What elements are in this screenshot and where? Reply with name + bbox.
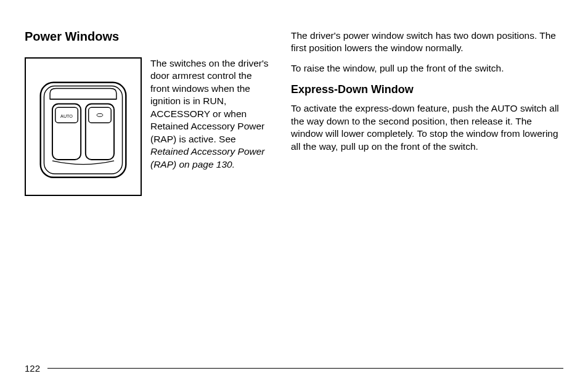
svg-rect-6 — [89, 107, 112, 123]
page-footer: 122 — [25, 363, 563, 374]
intro-block: AUTO The switches on the driver's door a… — [25, 57, 271, 196]
intro-text: The switches on the driver's door armres… — [150, 57, 271, 171]
svg-rect-3 — [52, 104, 81, 159]
svg-point-7 — [97, 113, 103, 116]
svg-rect-5 — [86, 104, 114, 159]
svg-rect-0 — [41, 82, 126, 177]
switch-svg: AUTO — [36, 68, 131, 186]
window-switch-illustration: AUTO — [25, 57, 142, 196]
footer-divider — [47, 368, 563, 369]
left-column: Power Windows AUTO — [25, 30, 271, 196]
page-content: Power Windows AUTO — [25, 30, 563, 196]
heading-express-down: Express-Down Window — [291, 83, 562, 96]
auto-label: AUTO — [60, 113, 73, 118]
page-number: 122 — [25, 363, 40, 374]
right-column: The driver's power window switch has two… — [291, 30, 562, 196]
intro-part1: The switches on the driver's door armres… — [150, 58, 269, 144]
intro-italic-ref: Retained Accessory Power (RAP) on page 1… — [150, 146, 265, 169]
heading-power-windows: Power Windows — [25, 30, 271, 44]
para-raise-window: To raise the window, pull up the front o… — [291, 62, 562, 75]
para-two-positions: The driver's power window switch has two… — [291, 30, 562, 55]
para-express-down: To activate the express-down feature, pu… — [291, 102, 562, 153]
